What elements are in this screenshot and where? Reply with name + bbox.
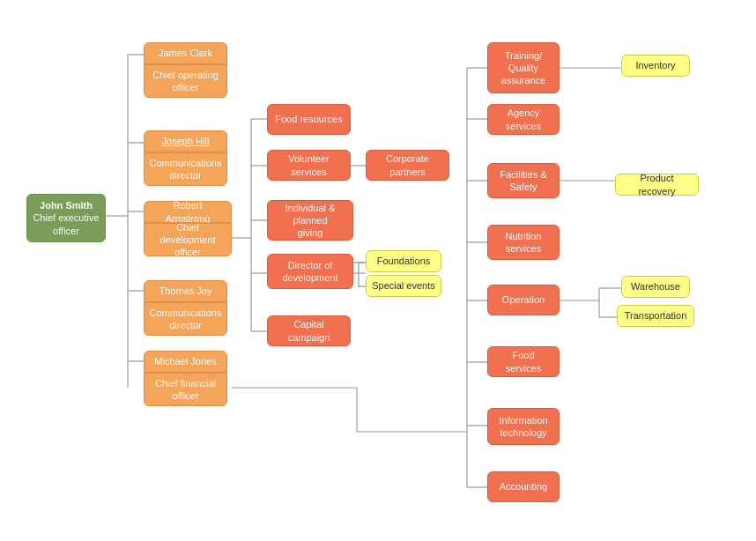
node-accounting: Accounting (487, 471, 560, 502)
thomas-joy-name: Thomas Joy (159, 285, 212, 297)
capital-campaign-label: Capital campaign (273, 318, 345, 344)
node-thomas-joy-title: Communicationsdirector (144, 302, 227, 336)
joseph-hill-name: Joseph Hill (162, 135, 210, 147)
node-foundations: Foundations (366, 250, 441, 272)
node-special-events: Special events (366, 275, 441, 297)
node-corporate-partners: Corporate partners (366, 150, 449, 181)
node-capital-campaign: Capital campaign (267, 315, 351, 346)
node-facilities-safety: Facilities &Safety (487, 163, 560, 198)
michael-jones-name: Michael Jones (154, 355, 216, 367)
training-quality-label: Training/Qualityassurance (501, 49, 546, 87)
agency-services-label: Agency services (493, 107, 553, 132)
node-joseph-hill: Joseph Hill (144, 130, 227, 152)
operation-label: Operation (502, 293, 545, 306)
node-food-resources: Food resources (267, 104, 351, 135)
director-development-label: Director ofdevelopment (283, 259, 338, 285)
special-events-label: Special events (372, 279, 435, 292)
node-warehouse: Warehouse (621, 276, 690, 298)
food-services-label: Food services (493, 349, 553, 374)
node-product-recovery: Product recovery (615, 174, 699, 196)
inventory-label: Inventory (635, 59, 675, 71)
node-michael-jones-title: Chief financialofficer (144, 373, 227, 406)
node-thomas-joy: Thomas Joy (144, 280, 227, 302)
node-volunteer-services: Volunteer services (267, 150, 351, 181)
node-nutrition-services: Nutritionservices (487, 225, 560, 260)
node-john-smith: John Smith Chief executiveofficer (26, 194, 106, 242)
john-smith-name: John Smith (33, 199, 99, 211)
node-robert-armstrong: Robert Armstrong (144, 201, 232, 223)
individual-planned-label: Individual & plannedgiving (273, 202, 347, 240)
warehouse-label: Warehouse (631, 280, 680, 293)
michael-jones-title: Chief financialofficer (155, 377, 216, 403)
node-training-quality: Training/Qualityassurance (487, 42, 560, 93)
food-resources-label: Food resources (275, 113, 342, 125)
facilities-safety-label: Facilities &Safety (500, 168, 546, 194)
node-director-development: Director ofdevelopment (267, 254, 353, 289)
james-clark-name: James Clark (159, 47, 212, 59)
nutrition-services-label: Nutritionservices (506, 230, 542, 256)
node-michael-jones: Michael Jones (144, 351, 227, 373)
node-information-technology: Informationtechnology (487, 408, 560, 445)
node-operation: Operation (487, 285, 560, 315)
org-chart: John Smith Chief executiveofficer James … (0, 0, 756, 541)
thomas-joy-title: Communicationsdirector (150, 307, 222, 332)
volunteer-services-label: Volunteer services (273, 152, 345, 178)
information-technology-label: Informationtechnology (499, 414, 547, 440)
node-robert-armstrong-title: Chief developmentofficer (144, 223, 232, 256)
accounting-label: Accounting (500, 480, 547, 493)
node-james-clark: James Clark (144, 42, 227, 64)
product-recovery-label: Product recovery (621, 172, 693, 197)
node-inventory: Inventory (621, 55, 690, 77)
corporate-partners-label: Corporate partners (372, 152, 443, 178)
node-food-services: Food services (487, 346, 560, 377)
node-james-clark-title: Chief operatingofficer (144, 64, 227, 98)
robert-armstrong-title: Chief developmentofficer (150, 221, 226, 259)
node-transportation: Transportation (617, 305, 694, 327)
foundations-label: Foundations (377, 255, 431, 267)
james-clark-title: Chief operatingofficer (152, 69, 219, 94)
node-individual-planned: Individual & plannedgiving (267, 200, 353, 241)
node-agency-services: Agency services (487, 104, 560, 135)
node-joseph-hill-title: Communicationsdirector (144, 152, 227, 186)
joseph-hill-title: Communicationsdirector (150, 157, 222, 182)
john-smith-title: Chief executiveofficer (33, 211, 99, 237)
transportation-label: Transportation (625, 309, 687, 322)
